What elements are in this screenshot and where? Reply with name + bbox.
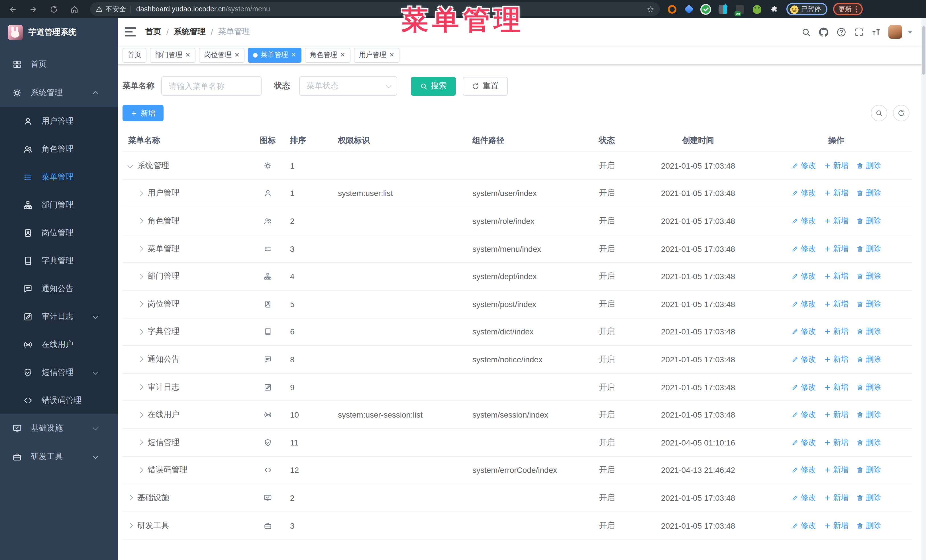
delete-link[interactable]: 删除 [856,354,881,365]
edit-link[interactable]: 修改 [791,188,816,199]
row-expand-caret-icon[interactable] [138,384,143,390]
chevron-down-icon[interactable] [908,30,912,33]
delete-link[interactable]: 删除 [856,382,881,392]
row-expand-caret-icon[interactable] [138,273,143,279]
status-select[interactable]: 菜单状态 [299,76,397,96]
extensions-puzzle-icon[interactable] [770,5,778,14]
edit-link[interactable]: 修改 [791,243,816,254]
row-expand-caret-icon[interactable] [138,301,143,307]
sidebar-item-系统管理[interactable]: 系统管理 [0,78,118,107]
row-expand-caret-icon[interactable] [138,412,143,418]
row-expand-caret-icon[interactable] [138,468,143,473]
tab-角色管理[interactable]: 角色管理 ✕ [304,48,350,62]
add-child-link[interactable]: 新增 [824,493,849,503]
bookmark-star-icon[interactable] [647,5,654,13]
app-logo[interactable]: 芋道管理系统 [0,18,118,47]
sidebar-item-审计日志[interactable]: 审计日志 [0,302,118,331]
close-tab-icon[interactable]: ✕ [389,52,394,58]
add-child-link[interactable]: 新增 [824,271,849,281]
add-child-link[interactable]: 新增 [824,243,849,254]
extension-frog-icon[interactable] [753,5,761,14]
tab-用户管理[interactable]: 用户管理 ✕ [354,48,399,62]
browser-home-button[interactable] [66,2,82,16]
sidebar-item-字典管理[interactable]: 字典管理 [0,247,118,275]
delete-link[interactable]: 删除 [856,299,881,309]
add-child-link[interactable]: 新增 [824,161,849,171]
address-bar[interactable]: 不安全 dashboard.yudao.iocoder.cn /system/m… [90,2,660,16]
sidebar-item-首页[interactable]: 首页 [0,50,118,78]
add-child-link[interactable]: 新增 [824,216,849,226]
close-tab-icon[interactable]: ✕ [291,52,296,58]
browser-reload-button[interactable] [45,2,62,16]
add-child-link[interactable]: 新增 [824,188,849,199]
sidebar-item-用户管理[interactable]: 用户管理 [0,107,118,135]
add-child-link[interactable]: 新增 [824,521,849,531]
sidebar-item-在线用户[interactable]: 在线用户 [0,331,118,358]
add-child-link[interactable]: 新增 [824,437,849,447]
browser-forward-button[interactable] [25,2,41,16]
help-icon[interactable] [837,27,846,37]
delete-link[interactable]: 删除 [856,410,881,420]
delete-link[interactable]: 删除 [856,327,881,337]
row-expand-caret-icon[interactable] [138,440,143,445]
row-expand-caret-icon[interactable] [138,218,143,224]
edit-link[interactable]: 修改 [791,327,816,337]
row-expand-caret-icon[interactable] [138,329,143,335]
sidebar-item-基础设施[interactable]: 基础设施 [0,414,118,443]
github-icon[interactable] [819,27,829,37]
edit-link[interactable]: 修改 [791,521,816,531]
scrollbar-thumb[interactable] [922,26,925,75]
font-size-icon[interactable] [872,28,881,36]
menu-name-input[interactable] [161,76,262,96]
sidebar-item-部门管理[interactable]: 部门管理 [0,191,118,219]
breadcrumb-home[interactable]: 首页 [145,27,161,37]
row-expand-caret-icon[interactable] [138,246,143,252]
delete-link[interactable]: 删除 [856,465,881,475]
sidebar-item-岗位管理[interactable]: 岗位管理 [0,219,118,247]
add-child-link[interactable]: 新增 [824,382,849,392]
add-child-link[interactable]: 新增 [824,327,849,337]
delete-link[interactable]: 删除 [856,493,881,503]
add-child-link[interactable]: 新增 [824,354,849,365]
sidebar-item-菜单管理[interactable]: 菜单管理 [0,163,118,191]
close-tab-icon[interactable]: ✕ [185,52,190,58]
add-button[interactable]: 新增 [123,105,163,121]
page-scrollbar[interactable] [921,18,926,560]
row-expand-caret-icon[interactable] [127,163,133,169]
row-expand-caret-icon[interactable] [138,357,143,362]
search-button[interactable]: 搜索 [411,77,456,95]
extension-ubuntu-icon[interactable] [668,5,676,14]
browser-update-button[interactable]: 更新 [833,3,863,15]
search-icon[interactable] [801,27,811,37]
fullscreen-icon[interactable] [854,27,864,37]
reset-button[interactable]: 重置 [463,77,508,95]
delete-link[interactable]: 删除 [856,216,881,226]
profile-paused-chip[interactable]: 已暂停 [787,3,827,15]
sidebar-item-研发工具[interactable]: 研发工具 [0,443,118,471]
toggle-search-button[interactable] [871,105,887,121]
edit-link[interactable]: 修改 [791,382,816,392]
extension-split-icon[interactable] [719,5,727,14]
delete-link[interactable]: 删除 [856,161,881,171]
add-child-link[interactable]: 新增 [824,410,849,420]
refresh-table-button[interactable] [893,105,909,121]
row-expand-caret-icon[interactable] [138,190,143,196]
sidebar-item-短信管理[interactable]: 短信管理 [0,358,118,386]
tab-部门管理[interactable]: 部门管理 ✕ [150,48,195,62]
edit-link[interactable]: 修改 [791,354,816,365]
row-expand-caret-icon[interactable] [127,495,133,501]
sidebar-item-错误码管理[interactable]: 错误码管理 [0,386,118,414]
edit-link[interactable]: 修改 [791,437,816,447]
delete-link[interactable]: 删除 [856,271,881,281]
edit-link[interactable]: 修改 [791,216,816,226]
delete-link[interactable]: 删除 [856,521,881,531]
edit-link[interactable]: 修改 [791,465,816,475]
extension-gem-icon[interactable] [684,4,694,14]
delete-link[interactable]: 删除 [856,437,881,447]
edit-link[interactable]: 修改 [791,271,816,281]
tab-首页[interactable]: 首页 [123,48,147,62]
sidebar-toggle-icon[interactable] [125,27,136,36]
delete-link[interactable]: 删除 [856,243,881,254]
row-expand-caret-icon[interactable] [127,523,133,528]
edit-link[interactable]: 修改 [791,493,816,503]
